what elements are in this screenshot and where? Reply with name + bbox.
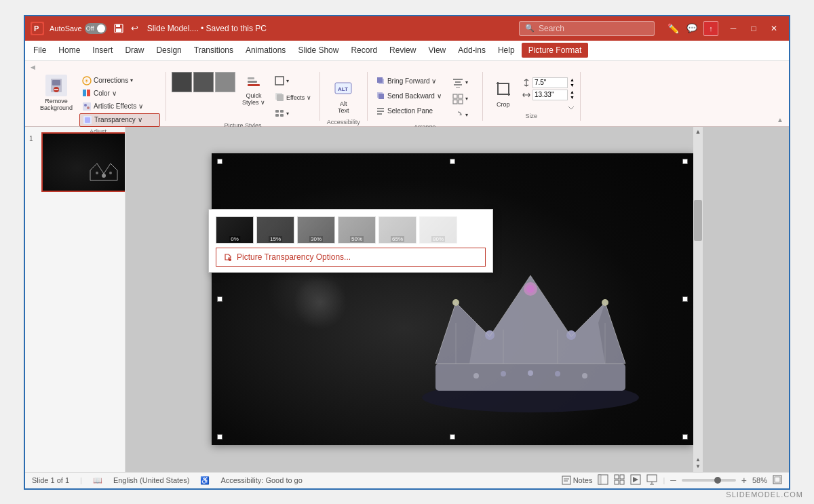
send-backward-btn[interactable]: Send Backward ∨ bbox=[373, 90, 444, 103]
zoom-out-btn[interactable]: ─ bbox=[670, 476, 676, 485]
rotate-btn[interactable]: ▾ bbox=[450, 109, 471, 122]
svg-point-53 bbox=[96, 172, 98, 174]
style-thumb-3[interactable] bbox=[215, 72, 235, 92]
picture-transparency-options-btn[interactable]: Picture Transparency Options... bbox=[216, 248, 486, 267]
svg-rect-82 bbox=[620, 475, 624, 479]
selection-pane-btn[interactable]: Selection Pane bbox=[373, 104, 444, 118]
group-objects-btn[interactable]: ▾ bbox=[450, 92, 471, 106]
menu-animations[interactable]: Animations bbox=[240, 43, 291, 58]
style-thumb-2[interactable] bbox=[193, 72, 214, 92]
scroll-thumb[interactable] bbox=[694, 200, 702, 241]
svg-rect-26 bbox=[275, 110, 279, 113]
notes-btn[interactable]: Notes bbox=[562, 476, 593, 485]
quick-styles-btn[interactable]: QuickStyles ∨ bbox=[238, 72, 269, 110]
canvas-scrollbar[interactable]: ▲ ▲ ▼ bbox=[693, 127, 703, 472]
group-icon bbox=[452, 94, 463, 104]
menu-file[interactable]: File bbox=[28, 43, 52, 58]
slide-canvas bbox=[212, 153, 693, 445]
transparency-preset-30[interactable]: 30% bbox=[297, 216, 335, 244]
menu-view[interactable]: View bbox=[423, 43, 451, 58]
svg-rect-56 bbox=[435, 364, 625, 391]
width-input[interactable] bbox=[532, 90, 568, 100]
height-up-btn[interactable]: ▲ bbox=[570, 77, 575, 82]
bring-forward-btn[interactable]: Bring Forward ∨ bbox=[373, 75, 444, 88]
menu-insert[interactable]: Insert bbox=[87, 43, 118, 58]
zoom-slider[interactable] bbox=[682, 479, 736, 482]
corrections-btn[interactable]: ☀ Corrections ▾ bbox=[79, 75, 160, 87]
minimize-btn[interactable]: ─ bbox=[724, 19, 743, 38]
slide-1-thumbnail[interactable] bbox=[41, 132, 125, 192]
menu-help[interactable]: Help bbox=[492, 43, 520, 58]
transparency-preset-65[interactable]: 65% bbox=[379, 216, 416, 244]
transparency-dropdown: 0% 15% 30% 50% 65% bbox=[208, 209, 493, 273]
menu-design[interactable]: Design bbox=[151, 43, 187, 58]
remove-background-btn[interactable]: RemoveBackground bbox=[36, 72, 77, 115]
menu-home[interactable]: Home bbox=[53, 43, 85, 58]
crop-btn[interactable]: Crop bbox=[488, 75, 518, 111]
menu-record[interactable]: Record bbox=[345, 43, 383, 58]
canvas-area: ▲ ▲ ▼ bbox=[125, 127, 789, 472]
artistic-effects-btn[interactable]: Artistic Effects ∨ bbox=[79, 100, 160, 113]
svg-rect-3 bbox=[116, 24, 120, 27]
transparency-preset-15[interactable]: 15% bbox=[256, 216, 294, 244]
svg-rect-81 bbox=[615, 475, 619, 479]
accessibility-label: Accessibility bbox=[327, 117, 360, 127]
transparency-btn[interactable]: Transparency ∨ bbox=[79, 113, 160, 127]
autosave-toggle[interactable]: Off bbox=[85, 23, 106, 34]
picture-effects-btn[interactable]: Effects ∨ bbox=[272, 91, 314, 104]
menu-addins[interactable]: Add-ins bbox=[452, 43, 491, 58]
menu-slideshow[interactable]: Slide Show bbox=[292, 43, 344, 58]
picture-layout-btn[interactable]: ▾ bbox=[272, 107, 314, 121]
svg-point-72 bbox=[501, 371, 506, 376]
height-input[interactable] bbox=[532, 77, 568, 88]
svg-rect-49 bbox=[498, 83, 509, 94]
scroll-up2-btn[interactable]: ▲ bbox=[695, 457, 701, 463]
undo-icon[interactable]: ↩ bbox=[128, 22, 142, 35]
sel-handle-br[interactable] bbox=[682, 434, 688, 440]
sel-handle-tc[interactable] bbox=[450, 159, 455, 164]
style-thumb-1[interactable] bbox=[172, 72, 192, 92]
sel-handle-ml[interactable] bbox=[217, 296, 222, 302]
edit-icon[interactable]: ✏️ bbox=[665, 21, 680, 36]
fit-slide-btn[interactable] bbox=[773, 475, 782, 486]
menu-picture-format[interactable]: Picture Format bbox=[522, 43, 589, 58]
search-box[interactable]: 🔍 Search bbox=[519, 21, 655, 36]
grid-view-btn[interactable] bbox=[614, 474, 625, 486]
width-up-btn[interactable]: ▲ bbox=[570, 90, 575, 94]
comment-icon[interactable]: 💬 bbox=[684, 21, 699, 36]
ribbon-collapse-btn[interactable]: ▲ bbox=[777, 116, 783, 123]
save-icon[interactable] bbox=[112, 22, 125, 35]
sel-handle-tl[interactable] bbox=[217, 159, 222, 164]
transparency-preset-50[interactable]: 50% bbox=[338, 216, 376, 244]
width-down-btn[interactable]: ▼ bbox=[570, 95, 575, 100]
reading-view-btn[interactable] bbox=[630, 474, 641, 486]
sel-handle-tr[interactable] bbox=[682, 159, 688, 164]
bring-forward-icon bbox=[376, 76, 385, 87]
svg-point-71 bbox=[473, 373, 479, 379]
close-btn[interactable]: ✕ bbox=[764, 19, 783, 38]
normal-view-btn[interactable] bbox=[598, 474, 608, 486]
maximize-btn[interactable]: □ bbox=[744, 19, 763, 38]
scroll-up-btn[interactable]: ▲ bbox=[695, 128, 701, 135]
share-icon[interactable]: ↑ bbox=[703, 21, 718, 36]
sel-handle-bc[interactable] bbox=[450, 434, 455, 440]
picture-border-btn[interactable]: ▾ bbox=[272, 75, 314, 88]
svg-point-16 bbox=[87, 106, 90, 109]
presenter-view-btn[interactable] bbox=[646, 474, 657, 486]
transparency-preset-0[interactable]: 0% bbox=[216, 216, 254, 244]
menu-transitions[interactable]: Transitions bbox=[189, 43, 239, 58]
zoom-in-btn[interactable]: + bbox=[741, 475, 747, 486]
color-btn[interactable]: Color ∨ bbox=[79, 88, 160, 100]
menu-draw[interactable]: Draw bbox=[119, 43, 149, 58]
alt-text-btn[interactable]: ALT AltText bbox=[326, 75, 360, 118]
height-down-btn[interactable]: ▼ bbox=[570, 83, 575, 88]
transparency-preset-80[interactable]: 80% bbox=[419, 216, 457, 244]
menu-review[interactable]: Review bbox=[384, 43, 421, 58]
accessibility-label: Accessibility: Good to go bbox=[220, 476, 302, 484]
align-btn[interactable]: ▾ bbox=[450, 76, 471, 90]
svg-rect-46 bbox=[453, 100, 457, 104]
svg-rect-28 bbox=[275, 114, 279, 117]
scroll-down-btn[interactable]: ▼ bbox=[695, 463, 701, 469]
sel-handle-mr[interactable] bbox=[682, 296, 688, 302]
sel-handle-bl[interactable] bbox=[217, 434, 222, 440]
